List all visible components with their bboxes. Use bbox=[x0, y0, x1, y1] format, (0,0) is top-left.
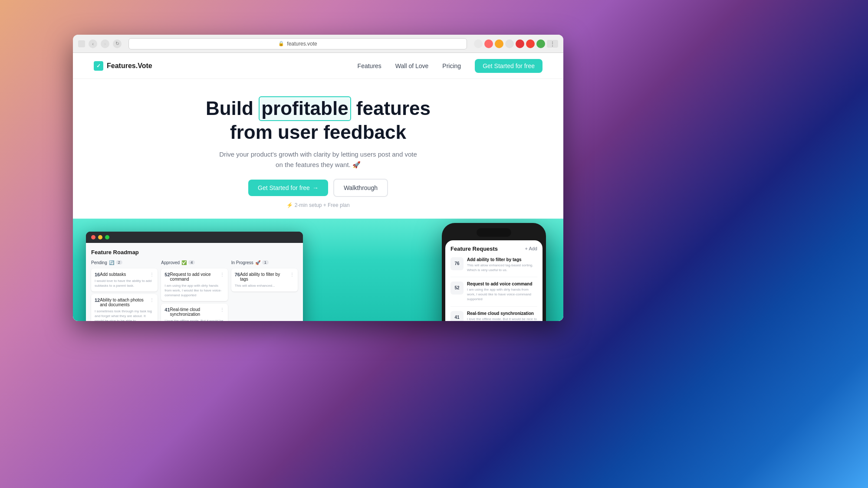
sidebar-toggle-icon[interactable] bbox=[78, 40, 85, 47]
kanban-heading: Feature Roadmap bbox=[91, 249, 139, 255]
col-approved-name: Approved bbox=[161, 260, 180, 265]
hero-note-text: 2-min setup + Free plan bbox=[295, 202, 350, 208]
mobile-item-desc: I am using the app with dirty hands from… bbox=[467, 287, 537, 302]
browser-chrome: ‹ › ↻ 🔒 features.vote ⋮ bbox=[73, 35, 563, 53]
mobile-vote-badge: 41 bbox=[450, 311, 464, 321]
kanban-col-approved: Approved ✅ 4 52 Request to add voice com… bbox=[161, 260, 227, 321]
card-votes: 12 bbox=[95, 298, 100, 303]
kanban-col-pending: Pending 🔄 2 16 Add subtasks ⋮ I w bbox=[91, 260, 158, 321]
address-bar[interactable]: 🔒 features.vote bbox=[128, 38, 467, 49]
window-maximize-dot bbox=[105, 235, 109, 239]
extension-icon-7[interactable] bbox=[536, 39, 545, 48]
card-menu-icon[interactable]: ⋮ bbox=[290, 272, 294, 277]
card-title: Add ability to filter by tags bbox=[240, 272, 288, 282]
card-menu-icon[interactable]: ⋮ bbox=[220, 272, 224, 277]
hero-title-end: features bbox=[351, 98, 431, 119]
extension-icon-6[interactable] bbox=[526, 39, 535, 48]
mobile-item-desc: This will allow enhanced tag-based sorti… bbox=[467, 263, 537, 272]
nav-cta-button[interactable]: Get Started for free bbox=[475, 59, 542, 73]
kanban-content: Feature Roadmap Pending 🔄 2 bbox=[86, 243, 303, 321]
mobile-list-item: 76 Add ability to filter by tags This wi… bbox=[450, 257, 537, 277]
col-pending-name: Pending bbox=[91, 260, 107, 265]
hero-subtitle: Drive your product's growth with clarity… bbox=[218, 149, 418, 170]
card-desc: This will allow enhanced... bbox=[235, 283, 294, 288]
col-header-pending: Pending 🔄 2 bbox=[91, 260, 158, 265]
kanban-card: 52 Request to add voice command ⋮ I am u… bbox=[161, 269, 227, 301]
more-tools-button[interactable]: ⋮ bbox=[547, 40, 558, 48]
mobile-vote-badge: 76 bbox=[450, 257, 464, 270]
col-pending-emoji: 🔄 bbox=[109, 260, 114, 265]
card-header: 76 Add ability to filter by tags ⋮ bbox=[235, 272, 294, 283]
kanban-card: 41 Real-time cloud synchronization ⋮ I l… bbox=[161, 304, 227, 321]
mobile-item-content: Add ability to filter by tags This will … bbox=[467, 257, 537, 272]
back-button[interactable]: ‹ bbox=[89, 39, 97, 48]
card-header: 12 Ability to attach photos and document… bbox=[95, 298, 154, 309]
get-started-button[interactable]: Get Started for free → bbox=[248, 180, 328, 196]
address-text: features.vote bbox=[287, 41, 317, 47]
kanban-card: 76 Add ability to filter by tags ⋮ This … bbox=[231, 269, 298, 291]
mobile-screen-title: Feature Requests bbox=[450, 246, 498, 252]
mobile-item-desc: I love the offline mode. But it would be… bbox=[467, 317, 537, 321]
kanban-columns: Pending 🔄 2 16 Add subtasks ⋮ I w bbox=[91, 260, 298, 321]
window-close-dot bbox=[91, 235, 95, 239]
browser-controls: ‹ › ↻ bbox=[78, 39, 122, 48]
screenshot-section: Feature Roadmap Pending 🔄 2 bbox=[73, 219, 563, 321]
col-inprogress-emoji: 🚀 bbox=[255, 260, 260, 265]
arrow-icon: → bbox=[312, 184, 319, 191]
mobile-item-content: Request to add voice command I am using … bbox=[467, 282, 537, 302]
hero-highlight-word: profitable bbox=[259, 96, 351, 121]
mobile-item-title: Request to add voice command bbox=[467, 282, 537, 286]
mobile-list-item: 52 Request to add voice command I am usi… bbox=[450, 282, 537, 307]
extension-icon-2[interactable] bbox=[484, 39, 493, 48]
mobile-mockup: Feature Requests + Add 76 Add ability to… bbox=[442, 223, 546, 321]
kanban-card: 16 Add subtasks ⋮ I would love to have t… bbox=[91, 269, 158, 291]
hero-title-line2: from user feedback bbox=[230, 121, 406, 143]
mobile-list-item: 41 Real-time cloud synchronization I lov… bbox=[450, 311, 537, 321]
kanban-card: 12 Ability to attach photos and document… bbox=[91, 294, 158, 321]
mobile-item-title: Real-time cloud synchronization bbox=[467, 311, 537, 316]
nav-links: Features Wall of Love Pricing Get Starte… bbox=[358, 59, 542, 73]
card-desc: I love the offline mode. But it would be… bbox=[164, 318, 224, 321]
browser-window: ‹ › ↻ 🔒 features.vote ⋮ ✓ Fea bbox=[73, 35, 563, 321]
card-menu-icon[interactable]: ⋮ bbox=[220, 307, 224, 312]
mobile-vote-badge: 52 bbox=[450, 282, 464, 295]
extension-icon-3[interactable] bbox=[495, 39, 503, 48]
website-content: ✓ Features.Vote Features Wall of Love Pr… bbox=[73, 53, 563, 321]
get-started-label: Get Started for free bbox=[258, 184, 310, 191]
card-votes: 52 bbox=[164, 272, 170, 277]
card-menu-icon[interactable]: ⋮ bbox=[150, 272, 154, 277]
site-logo[interactable]: ✓ Features.Vote bbox=[94, 61, 152, 71]
kanban-board: Feature Roadmap Pending 🔄 2 bbox=[86, 232, 303, 321]
kanban-titlebar bbox=[86, 232, 303, 243]
nav-features-link[interactable]: Features bbox=[358, 62, 381, 69]
card-menu-icon[interactable]: ⋮ bbox=[150, 298, 154, 302]
mobile-add-button[interactable]: + Add bbox=[525, 246, 537, 251]
card-desc: I am using the app with dirty hands from… bbox=[164, 283, 224, 298]
card-title: Real-time cloud synchronization bbox=[170, 307, 218, 317]
col-header-inprogress: In Progress 🚀 1 bbox=[231, 260, 298, 265]
logo-text: Features.Vote bbox=[107, 62, 152, 70]
card-title: Request to add voice command bbox=[170, 272, 218, 282]
refresh-button[interactable]: ↻ bbox=[113, 39, 122, 48]
forward-button[interactable]: › bbox=[101, 39, 109, 48]
window-minimize-dot bbox=[98, 235, 102, 239]
nav-pricing-link[interactable]: Pricing bbox=[442, 62, 461, 69]
hero-title-start: Build bbox=[206, 98, 259, 119]
card-votes: 16 bbox=[95, 272, 100, 277]
walkthrough-button[interactable]: Walkthrough bbox=[333, 179, 388, 197]
kanban-title-row: Feature Roadmap bbox=[91, 248, 298, 256]
extension-icon-4[interactable] bbox=[505, 39, 514, 48]
nav-wall-of-love-link[interactable]: Wall of Love bbox=[395, 62, 429, 69]
mobile-item-title: Add ability to filter by tags bbox=[467, 257, 537, 262]
mobile-screen: Feature Requests + Add 76 Add ability to… bbox=[445, 240, 542, 321]
col-header-approved: Approved ✅ 4 bbox=[161, 260, 227, 265]
mobile-item-content: Real-time cloud synchronization I love t… bbox=[467, 311, 537, 321]
hero-buttons: Get Started for free → Walkthrough bbox=[94, 179, 542, 197]
col-inprogress-name: In Progress bbox=[231, 260, 253, 265]
card-header: 16 Add subtasks ⋮ bbox=[95, 272, 154, 278]
hero-note: ⚡ 2-min setup + Free plan bbox=[94, 202, 542, 208]
extension-icon-1[interactable] bbox=[474, 39, 483, 48]
logo-icon: ✓ bbox=[94, 61, 103, 71]
card-header: 52 Request to add voice command ⋮ bbox=[164, 272, 224, 283]
extension-icon-5[interactable] bbox=[516, 39, 524, 48]
